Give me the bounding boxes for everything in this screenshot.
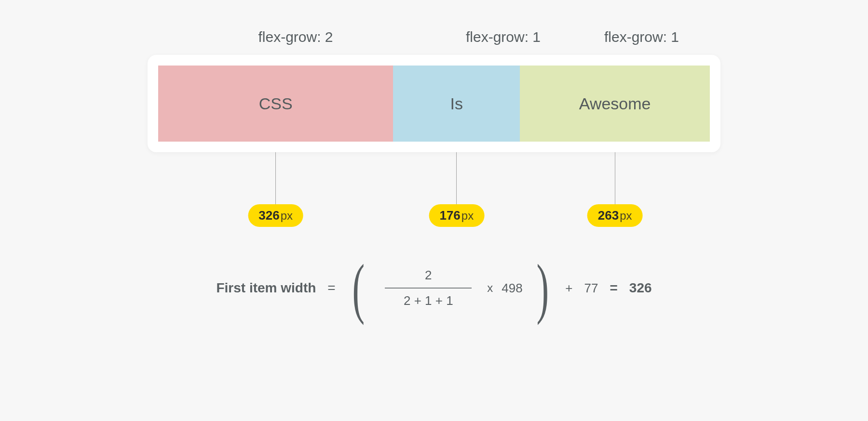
- width-value-1: 326: [258, 208, 279, 223]
- paren-group: ( 2 2 + 1 + 1 x 498 ): [347, 263, 554, 313]
- pointer-line: [456, 152, 457, 210]
- pointer-col-3: 263 px: [520, 152, 710, 234]
- multiplicand: 498: [502, 281, 522, 296]
- width-badge-3: 263 px: [587, 204, 643, 227]
- right-paren-icon: ): [536, 264, 549, 312]
- width-value-2: 176: [439, 208, 460, 223]
- label-item-3: flex-grow: 1: [572, 29, 711, 45]
- fraction-denominator: 2 + 1 + 1: [394, 289, 463, 313]
- width-pointers-row: 326 px 176 px 263 px: [148, 152, 720, 234]
- width-unit: px: [281, 209, 293, 223]
- equals-sign: =: [327, 280, 335, 296]
- pointer-col-1: 326 px: [158, 152, 393, 234]
- addend: 77: [584, 281, 598, 296]
- flex-container-card: CSS Is Awesome: [148, 55, 720, 152]
- pointer-col-2: 176 px: [393, 152, 520, 234]
- label-item-2: flex-grow: 1: [434, 29, 572, 45]
- width-unit: px: [620, 209, 632, 223]
- flex-grow-labels-row: flex-grow: 2 flex-grow: 1 flex-grow: 1: [148, 29, 720, 55]
- width-badge-2: 176 px: [429, 204, 484, 227]
- formula-row: First item width = ( 2 2 + 1 + 1 x 498 )…: [148, 263, 720, 313]
- fraction: 2 2 + 1 + 1: [378, 263, 478, 313]
- flex-item-3: Awesome: [520, 66, 710, 142]
- result-equals: =: [610, 280, 617, 296]
- left-paren-icon: (: [352, 264, 365, 312]
- multiply-sign: x: [487, 281, 493, 295]
- formula-result: 326: [629, 280, 652, 296]
- width-value-3: 263: [598, 208, 619, 223]
- pointer-line: [275, 152, 276, 210]
- fraction-numerator: 2: [415, 263, 441, 288]
- formula-label: First item width: [216, 280, 316, 296]
- flex-item-2: Is: [393, 66, 520, 142]
- flex-item-1: CSS: [158, 66, 393, 142]
- label-item-1: flex-grow: 2: [157, 29, 434, 45]
- width-badge-1: 326 px: [248, 204, 303, 227]
- diagram-stage: flex-grow: 2 flex-grow: 1 flex-grow: 1 C…: [148, 29, 720, 313]
- width-unit: px: [461, 209, 474, 223]
- plus-sign: +: [565, 281, 572, 296]
- pointer-line: [615, 152, 615, 210]
